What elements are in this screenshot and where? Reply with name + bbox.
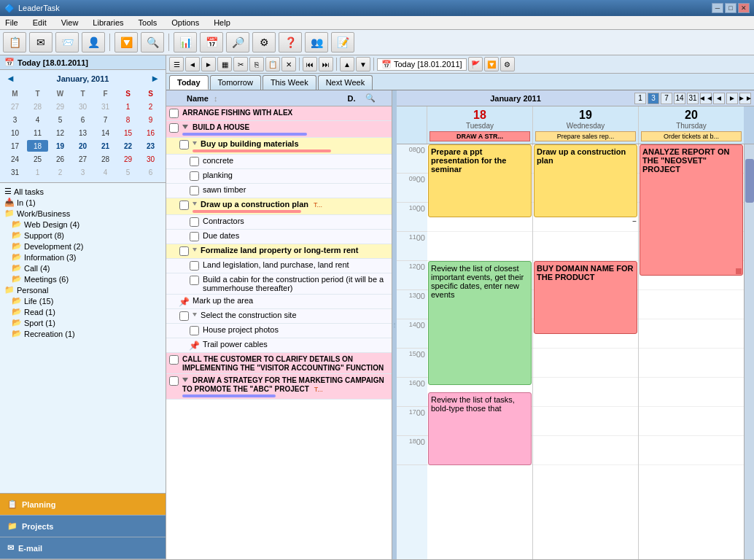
task-content-14[interactable]: Select the construction site: [191, 310, 392, 320]
task-content-10[interactable]: Formalize land property or long-term ren…: [191, 245, 392, 255]
event-19-construction[interactable]: Draw up a construction plan: [534, 144, 637, 217]
task-check-18[interactable]: [166, 375, 181, 386]
event-18-review2[interactable]: Review the list of tasks, bold-type thos…: [428, 392, 532, 465]
day18-top-event[interactable]: DRAW A STR...: [430, 131, 530, 141]
tb2-del-button[interactable]: ✕: [281, 57, 296, 71]
tb2-settings-button[interactable]: ⚙: [500, 57, 515, 71]
sub-expand-icon-2[interactable]: [193, 202, 197, 208]
task-check-12[interactable]: [187, 274, 201, 285]
search2-button[interactable]: 🔎: [226, 32, 249, 52]
search-button[interactable]: 🔍: [141, 32, 164, 52]
menu-tools[interactable]: Tools: [136, 18, 160, 28]
task-check-6[interactable]: [187, 184, 201, 195]
task-content-18[interactable]: DRAW A STRATEGY FOR THE MARKETING CAMPAI…: [181, 375, 392, 398]
task-check-9[interactable]: [187, 230, 201, 241]
sidebar-item-personal[interactable]: 📁 Personal: [3, 284, 163, 295]
tb2-filter2-button[interactable]: 🔽: [484, 57, 499, 71]
day19-top-event[interactable]: Prepare sales rep...: [535, 131, 636, 141]
tab-this-week[interactable]: This Week: [263, 75, 316, 90]
sidebar-item-recreation[interactable]: 📂 Recreation (1): [10, 328, 163, 339]
task-content-9[interactable]: Due dates: [201, 230, 392, 241]
task-check-10[interactable]: [176, 245, 191, 256]
task-check-4[interactable]: [187, 155, 201, 166]
tb2-start-button[interactable]: ⏮: [303, 57, 317, 71]
sidebar-item-info[interactable]: 📂 Information (3): [10, 252, 163, 262]
sub-expand-icon-4[interactable]: [193, 313, 197, 319]
task-content-16[interactable]: Trail power cables: [201, 339, 392, 349]
task-check-1[interactable]: [166, 107, 181, 118]
task-content-6[interactable]: sawn timber: [201, 184, 392, 195]
tab-today[interactable]: Today: [169, 75, 209, 90]
users-button[interactable]: 👥: [305, 32, 328, 52]
sidebar-item-sport[interactable]: 📂 Sport (1): [10, 317, 163, 328]
sidebar-item-dev[interactable]: 📂 Development (2): [10, 241, 163, 252]
sub-expand-icon-3[interactable]: [193, 248, 197, 254]
event-resize-handle[interactable]: [736, 268, 742, 274]
cal-prev-button[interactable]: ◄: [3, 73, 18, 84]
menu-edit[interactable]: Edit: [31, 18, 49, 28]
tb2-up-button[interactable]: ▲: [340, 57, 354, 71]
sidebar-item-read[interactable]: 📂 Read (1): [10, 306, 163, 317]
settings-button[interactable]: ⚙: [252, 32, 276, 52]
tb2-today-button[interactable]: ▦: [217, 57, 232, 71]
task-content-5[interactable]: planking: [201, 170, 392, 180]
sub-expand-icon[interactable]: [193, 141, 197, 147]
event-18-seminar[interactable]: Prepare a ppt presentation for the semin…: [428, 144, 532, 217]
task-check-5[interactable]: [187, 170, 201, 181]
menu-libraries[interactable]: Libraries: [90, 18, 125, 28]
sidebar-item-webdesign[interactable]: 📂 Web Design (4): [10, 219, 163, 230]
event-19-domain[interactable]: BUY DOMAIN NAME FOR THE PRODUCT: [534, 261, 637, 334]
task-content-8[interactable]: Contractors: [201, 216, 392, 226]
menu-options[interactable]: Options: [169, 18, 201, 28]
cal-view-3day-btn[interactable]: 3: [648, 93, 659, 104]
tb2-back-button[interactable]: ◄: [185, 57, 200, 71]
task-check-2[interactable]: [166, 122, 181, 133]
tb2-paste-button[interactable]: 📋: [265, 57, 280, 71]
filter-button[interactable]: 🔽: [114, 32, 138, 52]
event-20-analyze[interactable]: ANALYZE REPORT ON THE "NEOSVET" PROJECT: [640, 144, 743, 276]
task-content-1[interactable]: ARRANGE FISHING WITH ALEX: [181, 107, 392, 117]
nav-planning-button[interactable]: 📋 Planning: [0, 494, 166, 516]
task-check-11[interactable]: [187, 260, 201, 271]
cal-view-day-btn[interactable]: 1: [634, 93, 646, 104]
cal-view-next-btn[interactable]: ►►: [739, 93, 751, 104]
menu-file[interactable]: File: [3, 18, 20, 28]
task-check-7[interactable]: [176, 199, 191, 210]
task-check-3[interactable]: [176, 139, 191, 149]
scroll-thumb[interactable]: [745, 159, 754, 203]
task-content-3[interactable]: Buy up building materials: [191, 139, 392, 153]
sidebar-item-support[interactable]: 📂 Support (8): [10, 230, 163, 241]
task-content-13[interactable]: Mark up the area: [191, 295, 392, 306]
task-check-17[interactable]: [166, 354, 181, 365]
cal-view-14day-btn[interactable]: 14: [674, 93, 685, 104]
cal-view-week-btn[interactable]: 7: [661, 93, 672, 104]
window-controls[interactable]: ─ □ ✕: [712, 3, 750, 13]
sidebar-item-in[interactable]: 📥 In (1): [3, 197, 163, 208]
help-button[interactable]: ❓: [279, 32, 302, 52]
nav-projects-button[interactable]: 📁 Projects: [0, 516, 166, 537]
task-content-2[interactable]: BUILD A HOUSE: [181, 122, 392, 136]
tb2-copy-button[interactable]: ⎘: [249, 57, 264, 71]
task-content-15[interactable]: House project photos: [201, 324, 392, 335]
cal-view-prev2-btn[interactable]: ◄: [713, 93, 725, 104]
task-check-15[interactable]: [187, 324, 201, 335]
minimize-button[interactable]: ─: [712, 3, 723, 13]
tb2-end-button[interactable]: ⏭: [319, 57, 333, 71]
calendar-btn[interactable]: 📅: [200, 32, 223, 52]
tb2-view-button[interactable]: ☰: [169, 57, 184, 71]
nav-email-button[interactable]: ✉ E-mail: [0, 537, 166, 559]
menu-view[interactable]: View: [59, 18, 81, 28]
task-check-8[interactable]: [187, 216, 201, 227]
task-check-16[interactable]: 📌: [187, 339, 201, 351]
sidebar-item-meetings[interactable]: 📂 Meetings (6): [10, 273, 163, 284]
task-content-4[interactable]: concrete: [201, 155, 392, 166]
event-19-collapse[interactable]: −: [632, 217, 637, 225]
expand-icon-2[interactable]: [182, 378, 188, 382]
maximize-button[interactable]: □: [725, 3, 736, 13]
tab-tomorrow[interactable]: Tomorrow: [210, 75, 261, 90]
task-content-7[interactable]: Draw up a construction plan T...: [191, 199, 392, 214]
cal-view-next2-btn[interactable]: ►: [726, 93, 738, 104]
tb2-action-button[interactable]: ✂: [233, 57, 248, 71]
tb2-flag-button[interactable]: 🚩: [468, 57, 483, 71]
calendar-scroll[interactable]: 0800 0900 1000 1100 1200 1300 1400 1500 …: [397, 144, 744, 559]
